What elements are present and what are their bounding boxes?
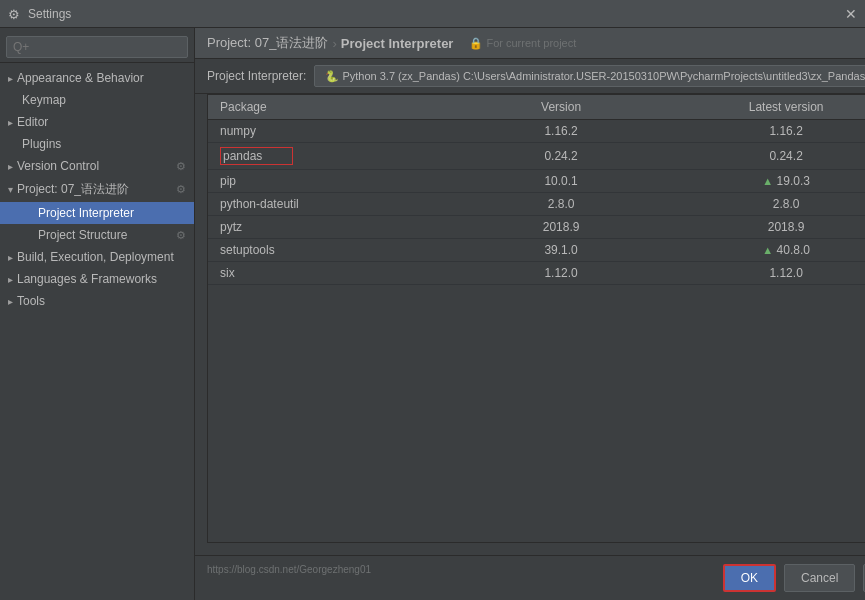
latest-cell-4: 2018.9 bbox=[672, 216, 865, 239]
cancel-button[interactable]: Cancel bbox=[784, 564, 855, 592]
sidebar-label-project-structure: Project Structure bbox=[38, 228, 127, 242]
sidebar-arrow-build-execution: ▸ bbox=[8, 252, 13, 263]
breadcrumb-note: 🔒For current project bbox=[469, 37, 576, 50]
table-row[interactable]: python-dateutil2.8.02.8.0 bbox=[208, 193, 865, 216]
title-bar: ⚙ Settings ✕ bbox=[0, 0, 865, 28]
col-header-package: Package bbox=[208, 95, 450, 120]
packages-table: Package Version Latest version numpy1.16… bbox=[208, 95, 865, 285]
sidebar-item-build-execution[interactable]: ▸Build, Execution, Deployment bbox=[0, 246, 194, 268]
search-input[interactable] bbox=[6, 36, 188, 58]
sidebar: ▸Appearance & BehaviorKeymap▸EditorPlugi… bbox=[0, 28, 195, 600]
sidebar-item-plugins[interactable]: Plugins bbox=[0, 133, 194, 155]
version-cell-6: 1.12.0 bbox=[450, 262, 672, 285]
close-button[interactable]: ✕ bbox=[845, 6, 857, 22]
latest-cell-5: ▲ 40.8.0 bbox=[672, 239, 865, 262]
sidebar-arrow-version-control: ▸ bbox=[8, 161, 13, 172]
package-cell-3: python-dateutil bbox=[208, 193, 450, 216]
table-row[interactable]: pytz2018.92018.9 bbox=[208, 216, 865, 239]
table-row[interactable]: pip10.0.1▲ 19.0.3 bbox=[208, 170, 865, 193]
package-cell-2: pip bbox=[208, 170, 450, 193]
content-area: Project: 07_语法进阶 › Project Interpreter 🔒… bbox=[195, 28, 865, 600]
sidebar-item-keymap[interactable]: Keymap bbox=[0, 89, 194, 111]
ok-button[interactable]: OK bbox=[723, 564, 776, 592]
sidebar-arrow-appearance: ▸ bbox=[8, 73, 13, 84]
breadcrumb-project: Project: 07_语法进阶 bbox=[207, 34, 328, 52]
col-header-latest: Latest version bbox=[672, 95, 865, 120]
sidebar-settings-icon-version-control: ⚙ bbox=[176, 160, 186, 173]
version-cell-2: 10.0.1 bbox=[450, 170, 672, 193]
interpreter-select[interactable]: 🐍 Python 3.7 (zx_Pandas) C:\Users\Admini… bbox=[314, 65, 865, 87]
sidebar-label-tools: Tools bbox=[17, 294, 45, 308]
packages-container: Package Version Latest version numpy1.16… bbox=[195, 94, 865, 555]
latest-cell-6: 1.12.0 bbox=[672, 262, 865, 285]
latest-cell-0: 1.16.2 bbox=[672, 120, 865, 143]
table-header-row: Package Version Latest version bbox=[208, 95, 865, 120]
watermark: https://blog.csdn.net/Georgezheng01 bbox=[207, 564, 371, 592]
breadcrumb-current: Project Interpreter bbox=[341, 36, 454, 51]
main-layout: ▸Appearance & BehaviorKeymap▸EditorPlugi… bbox=[0, 28, 865, 600]
sidebar-item-version-control[interactable]: ▸Version Control⚙ bbox=[0, 155, 194, 177]
sidebar-label-keymap: Keymap bbox=[22, 93, 66, 107]
sidebar-settings-icon-project-structure: ⚙ bbox=[176, 229, 186, 242]
table-row[interactable]: setuptools39.1.0▲ 40.8.0 bbox=[208, 239, 865, 262]
sidebar-item-project-interpreter[interactable]: Project Interpreter bbox=[0, 202, 194, 224]
title-bar-text: Settings bbox=[28, 7, 71, 21]
sidebar-label-languages: Languages & Frameworks bbox=[17, 272, 157, 286]
search-bar bbox=[0, 32, 194, 63]
sidebar-label-editor: Editor bbox=[17, 115, 48, 129]
upgrade-arrow-2: ▲ bbox=[762, 175, 773, 187]
table-row[interactable]: pandas0.24.20.24.2 bbox=[208, 143, 865, 170]
sidebar-label-appearance: Appearance & Behavior bbox=[17, 71, 144, 85]
sidebar-label-build-execution: Build, Execution, Deployment bbox=[17, 250, 174, 264]
sidebar-label-plugins: Plugins bbox=[22, 137, 61, 151]
packages-row: Package Version Latest version numpy1.16… bbox=[207, 94, 865, 543]
latest-cell-2: ▲ 19.0.3 bbox=[672, 170, 865, 193]
sidebar-items-container: ▸Appearance & BehaviorKeymap▸EditorPlugi… bbox=[0, 67, 194, 312]
sidebar-item-appearance[interactable]: ▸Appearance & Behavior bbox=[0, 67, 194, 89]
sidebar-arrow-project: ▾ bbox=[8, 184, 13, 195]
sidebar-label-version-control: Version Control bbox=[17, 159, 99, 173]
packages-table-wrapper[interactable]: Package Version Latest version numpy1.16… bbox=[207, 94, 865, 543]
interpreter-label: Project Interpreter: bbox=[207, 69, 306, 83]
sidebar-label-project: Project: 07_语法进阶 bbox=[17, 181, 129, 198]
package-cell-0: numpy bbox=[208, 120, 450, 143]
sidebar-item-tools[interactable]: ▸Tools bbox=[0, 290, 194, 312]
breadcrumb: Project: 07_语法进阶 › Project Interpreter 🔒… bbox=[207, 34, 576, 52]
sidebar-label-project-interpreter: Project Interpreter bbox=[38, 206, 134, 220]
sidebar-item-project[interactable]: ▾Project: 07_语法进阶⚙ bbox=[0, 177, 194, 202]
table-row[interactable]: six1.12.01.12.0 bbox=[208, 262, 865, 285]
version-cell-4: 2018.9 bbox=[450, 216, 672, 239]
package-tbody: numpy1.16.21.16.2pandas0.24.20.24.2pip10… bbox=[208, 120, 865, 285]
sidebar-arrow-editor: ▸ bbox=[8, 117, 13, 128]
sidebar-settings-icon-project: ⚙ bbox=[176, 183, 186, 196]
latest-cell-1: 0.24.2 bbox=[672, 143, 865, 170]
sidebar-arrow-languages: ▸ bbox=[8, 274, 13, 285]
sidebar-item-languages[interactable]: ▸Languages & Frameworks bbox=[0, 268, 194, 290]
sidebar-item-editor[interactable]: ▸Editor bbox=[0, 111, 194, 133]
breadcrumb-separator: › bbox=[332, 36, 336, 51]
upgrade-arrow-5: ▲ bbox=[762, 244, 773, 256]
package-cell-5: setuptools bbox=[208, 239, 450, 262]
col-header-version: Version bbox=[450, 95, 672, 120]
table-row[interactable]: numpy1.16.21.16.2 bbox=[208, 120, 865, 143]
bottom-bar: https://blog.csdn.net/Georgezheng01 OK C… bbox=[195, 555, 865, 600]
package-cell-6: six bbox=[208, 262, 450, 285]
pandas-highlight: pandas bbox=[220, 147, 293, 165]
content-header: Project: 07_语法进阶 › Project Interpreter 🔒… bbox=[195, 28, 865, 59]
interpreter-bar: Project Interpreter: 🐍 Python 3.7 (zx_Pa… bbox=[195, 59, 865, 94]
version-cell-0: 1.16.2 bbox=[450, 120, 672, 143]
sidebar-item-project-structure[interactable]: Project Structure⚙ bbox=[0, 224, 194, 246]
version-cell-5: 39.1.0 bbox=[450, 239, 672, 262]
settings-icon: ⚙ bbox=[8, 7, 22, 21]
version-cell-3: 2.8.0 bbox=[450, 193, 672, 216]
latest-cell-3: 2.8.0 bbox=[672, 193, 865, 216]
package-cell-4: pytz bbox=[208, 216, 450, 239]
package-cell-1: pandas bbox=[208, 143, 450, 170]
version-cell-1: 0.24.2 bbox=[450, 143, 672, 170]
sidebar-arrow-tools: ▸ bbox=[8, 296, 13, 307]
